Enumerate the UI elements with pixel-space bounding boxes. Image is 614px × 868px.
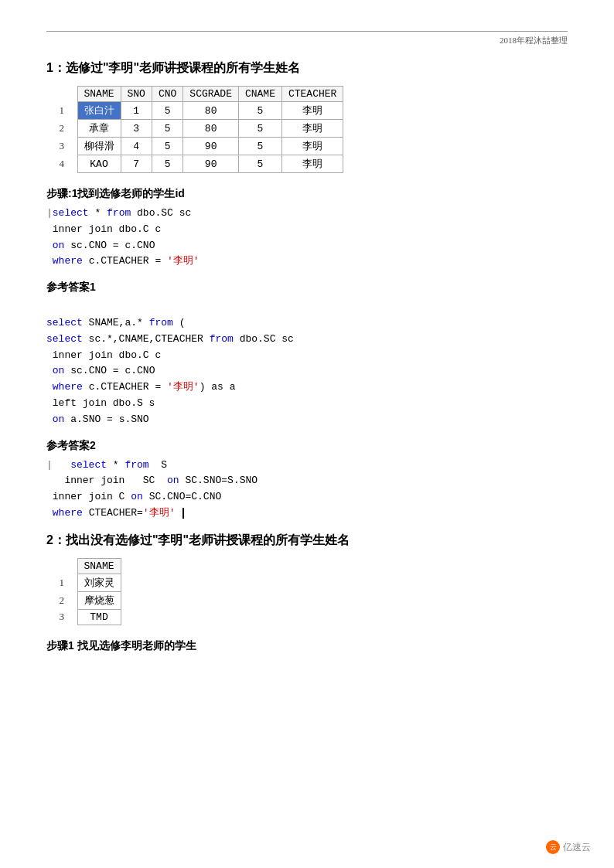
- col-header-sname2: SNAME: [77, 558, 121, 574]
- logo-area: 云 亿速云: [546, 840, 591, 854]
- cell-cname: 5: [238, 120, 281, 138]
- cell-sname2: 摩烧葱: [77, 591, 121, 609]
- section2-step1-title: 步骤1 找见选修李明老师的学生: [46, 639, 568, 653]
- cell-sno: 3: [121, 120, 152, 138]
- cell-scgrade: 90: [183, 138, 239, 155]
- table-row: 1 刘家灵: [46, 574, 121, 591]
- cell-sname: KAO: [77, 155, 121, 173]
- table-row: 2 摩烧葱: [46, 591, 121, 609]
- section1-table: SNAME SNO CNO SCGRADE CNAME CTEACHER 1 张…: [46, 86, 343, 173]
- col-header-cname: CNAME: [238, 87, 281, 102]
- table-row: 4 KAO 7 5 90 5 李明: [46, 155, 343, 173]
- col-header-cteacher: CTEACHER: [281, 87, 343, 102]
- cell-sname: 承章: [77, 120, 121, 138]
- logo-icon: 云: [546, 840, 560, 854]
- col-header-scgrade: SCGRADE: [183, 87, 239, 102]
- page: 2018年程沐喆整理 1：选修过"李明"老师讲授课程的所有学生姓名 SNAME …: [0, 0, 614, 868]
- cell-sname: 张白汁: [77, 102, 121, 120]
- table-row: 2 承章 3 5 80 5 李明: [46, 120, 343, 138]
- cell-cteacher: 李明: [281, 120, 343, 138]
- col-header-cno: CNO: [152, 87, 182, 102]
- cell-sno: 7: [121, 155, 152, 173]
- section2-title: 2：找出没有选修过"李明"老师讲授课程的所有学生姓名: [46, 533, 568, 549]
- cell-sno: 4: [121, 138, 152, 155]
- cell-cname: 5: [238, 138, 281, 155]
- ref1-title: 参考答案1: [46, 281, 568, 294]
- cell-cno: 5: [152, 155, 182, 173]
- cell-cno: 5: [152, 120, 182, 138]
- step1-code: |select * from dbo.SC sc inner join dbo.…: [46, 206, 568, 270]
- page-header: 2018年程沐喆整理: [46, 35, 568, 46]
- cell-sname: 柳得滑: [77, 138, 121, 155]
- section1-title: 1：选修过"李明"老师讲授课程的所有学生姓名: [46, 60, 568, 77]
- cell-sname2: 刘家灵: [77, 574, 121, 591]
- cell-sname2: TMD: [77, 609, 121, 625]
- table-row: 3 柳得滑 4 5 90 5 李明: [46, 138, 343, 155]
- col-header-sname: SNAME: [77, 87, 121, 102]
- cell-cteacher: 李明: [281, 155, 343, 173]
- cell-scgrade: 90: [183, 155, 239, 173]
- ref1-code: select SNAME,a.* from ( select sc.*,CNAM…: [46, 299, 568, 427]
- cell-scgrade: 80: [183, 120, 239, 138]
- cell-cname: 5: [238, 155, 281, 173]
- section2-table: SNAME 1 刘家灵 2 摩烧葱 3 TMD: [46, 558, 121, 625]
- cell-cteacher: 李明: [281, 138, 343, 155]
- table-row: 3 TMD: [46, 609, 121, 625]
- cell-scgrade: 80: [183, 102, 239, 120]
- section2-table-wrap: SNAME 1 刘家灵 2 摩烧葱 3 TMD: [46, 558, 568, 625]
- cell-sno: 1: [121, 102, 152, 120]
- cell-cno: 5: [152, 102, 182, 120]
- ref2-code: | select * from S inner join SC on SC.SN…: [46, 458, 568, 522]
- step1-title: 步骤:1找到选修老师的学生id: [46, 187, 568, 201]
- cell-cteacher: 李明: [281, 102, 343, 120]
- col-header-sno: SNO: [121, 87, 152, 102]
- logo-text: 亿速云: [563, 841, 591, 854]
- ref2-title: 参考答案2: [46, 439, 568, 453]
- cell-cname: 5: [238, 102, 281, 120]
- header-divider: [46, 31, 568, 32]
- cell-cno: 5: [152, 138, 182, 155]
- table-row: 1 张白汁 1 5 80 5 李明: [46, 102, 343, 120]
